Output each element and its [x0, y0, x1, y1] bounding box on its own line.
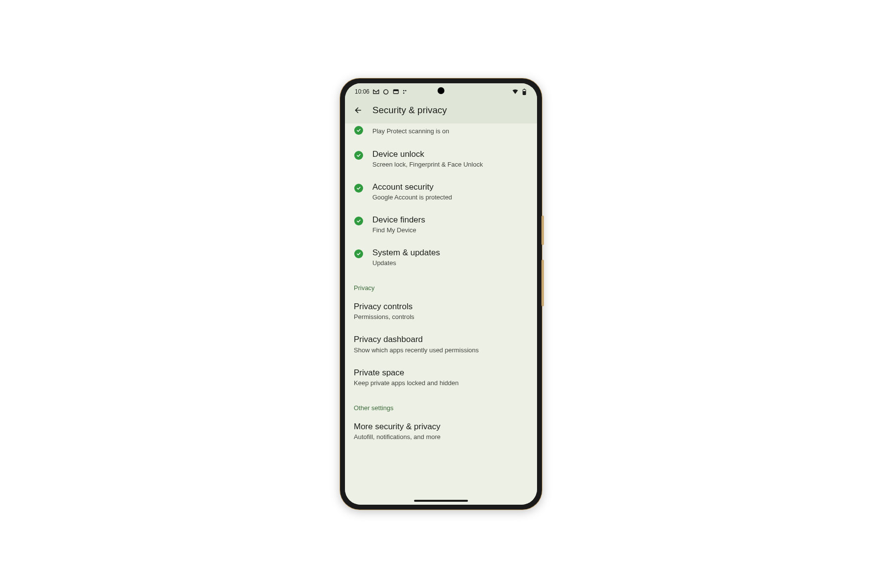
circle-icon — [383, 89, 389, 95]
row-subtitle: Permissions, controls — [354, 313, 528, 320]
power-button[interactable] — [541, 260, 544, 306]
row-title: Private space — [354, 368, 528, 378]
status-icon-col — [354, 183, 364, 193]
app-bar: Security & privacy — [345, 100, 537, 123]
nav-handle[interactable] — [414, 500, 468, 502]
row-title: Account security — [372, 182, 528, 193]
page-title: Security & privacy — [372, 105, 447, 116]
row-subtitle: Google Account is protected — [372, 194, 528, 201]
svg-rect-2 — [393, 90, 398, 91]
row-title: Device finders — [372, 215, 528, 225]
row-subtitle: Show which apps recently used permission… — [354, 346, 528, 354]
settings-row-account-security[interactable]: Account securityGoogle Account is protec… — [345, 175, 537, 208]
row-title: Device unlock — [372, 149, 528, 160]
status-bar: 10:06 — [345, 83, 537, 100]
svg-point-3 — [403, 90, 405, 91]
row-subtitle: Screen lock, Fingerprint & Face Unlock — [372, 161, 528, 168]
row-subtitle: Find My Device — [372, 226, 528, 234]
svg-point-5 — [403, 92, 405, 94]
settings-row-device-unlock[interactable]: Device unlockScreen lock, Fingerprint & … — [345, 142, 537, 175]
section-header: Privacy — [345, 273, 537, 294]
battery-icon — [521, 89, 527, 95]
check-circle-icon — [354, 126, 363, 135]
check-circle-icon — [354, 184, 363, 193]
settings-row-privacy-controls[interactable]: Privacy controlsPermissions, controls — [345, 294, 537, 327]
row-title: System & updates — [372, 247, 528, 258]
settings-row-privacy-dashboard[interactable]: Privacy dashboardShow which apps recentl… — [345, 327, 537, 360]
back-button[interactable] — [353, 105, 364, 116]
row-title: Privacy dashboard — [354, 334, 528, 345]
row-title: Privacy controls — [354, 301, 528, 312]
phone-frame: 10:06 — [340, 78, 542, 510]
settings-row-private-space[interactable]: Private spaceKeep private apps locked an… — [345, 361, 537, 393]
settings-row-device-finders[interactable]: Device findersFind My Device — [345, 208, 537, 241]
settings-row-more-security[interactable]: More security & privacyAutofill, notific… — [345, 415, 537, 447]
status-icon-col — [354, 249, 364, 259]
settings-row-play-protect[interactable]: Play Protect scanning is on — [345, 123, 537, 142]
settings-list[interactable]: Play Protect scanning is onDevice unlock… — [345, 123, 537, 505]
row-subtitle: Play Protect scanning is on — [372, 127, 528, 135]
svg-point-4 — [405, 90, 407, 91]
settings-row-system-updates[interactable]: System & updatesUpdates — [345, 241, 537, 273]
status-icon-col — [354, 150, 364, 160]
rect-icon — [392, 89, 399, 95]
section-header: Other settings — [345, 393, 537, 415]
volume-button[interactable] — [541, 216, 544, 245]
check-circle-icon — [354, 249, 363, 258]
wifi-icon — [512, 89, 518, 95]
gmail-icon — [373, 89, 379, 95]
svg-rect-7 — [524, 89, 525, 90]
status-icon-col — [354, 125, 364, 135]
svg-rect-8 — [523, 91, 526, 95]
dots-icon — [402, 89, 409, 95]
row-title: More security & privacy — [354, 421, 528, 432]
row-subtitle: Autofill, notifications, and more — [354, 433, 528, 441]
svg-point-0 — [384, 90, 388, 94]
check-circle-icon — [354, 151, 363, 160]
row-subtitle: Keep private apps locked and hidden — [354, 379, 528, 387]
status-time: 10:06 — [355, 88, 369, 95]
screen: 10:06 — [345, 83, 537, 505]
check-circle-icon — [354, 217, 363, 225]
row-subtitle: Updates — [372, 259, 528, 267]
status-icon-col — [354, 216, 364, 226]
